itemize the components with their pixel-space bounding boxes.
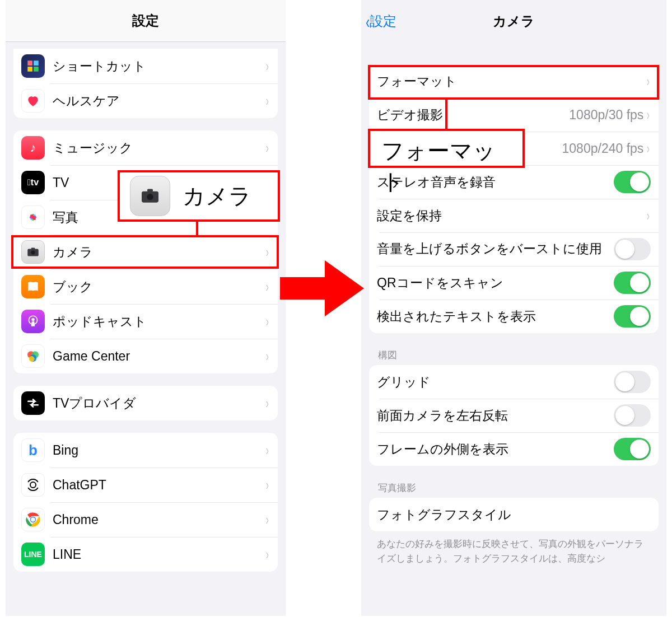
qr-toggle[interactable] — [614, 272, 651, 294]
row-label: ヘルスケア — [53, 92, 265, 110]
chevron-right-icon: › — [266, 349, 269, 363]
row-qr: QRコードをスキャン — [369, 266, 659, 300]
chevron-right-icon: › — [647, 208, 650, 223]
row-chrome[interactable]: Chrome › — [13, 502, 278, 537]
row-label: LINE — [53, 547, 265, 562]
row-value: 1080p/240 fps — [562, 141, 644, 156]
row-books[interactable]: ブック › — [13, 269, 278, 304]
row-video[interactable]: ビデオ撮影 1080p/30 fps › — [369, 98, 659, 132]
svg-point-18 — [31, 517, 35, 522]
chevron-right-icon: › — [266, 59, 269, 73]
mirror-toggle[interactable] — [614, 404, 651, 427]
photos-icon — [21, 205, 45, 229]
row-label: 設定を保持 — [377, 207, 646, 225]
row-mirror: 前面カメラを左右反転 — [369, 399, 659, 432]
row-preserve[interactable]: 設定を保持 › — [369, 199, 659, 232]
chevron-right-icon: › — [266, 512, 269, 527]
navigation-arrow-icon — [280, 258, 364, 319]
gamecenter-icon — [21, 344, 45, 368]
chevron-right-icon: › — [266, 314, 269, 329]
camera-settings-screen: ‹ 設定 カメラ フォーマット › ビデオ撮影 1080p/30 fps › ス… — [361, 0, 666, 616]
callout-connector-right — [445, 100, 447, 130]
row-shortcuts[interactable]: ショートカット › — [13, 49, 278, 83]
row-tvprovider[interactable]: TVプロバイダ › — [13, 386, 278, 420]
row-grid: グリッド — [369, 365, 659, 399]
section-photo: 写真撮影 — [378, 482, 650, 494]
row-label: 前面カメラを左右反転 — [377, 407, 614, 424]
chevron-right-icon: › — [266, 478, 269, 492]
chatgpt-icon — [21, 473, 45, 497]
row-label: Game Center — [53, 349, 265, 364]
row-camera[interactable]: カメラ › — [13, 235, 278, 269]
books-icon — [21, 275, 45, 298]
settings-navbar: 設定 — [6, 0, 286, 42]
camera-title: カメラ — [493, 12, 535, 30]
chevron-right-icon: › — [266, 94, 269, 108]
tv-icon: tv — [21, 171, 45, 194]
row-gamecenter[interactable]: Game Center › — [13, 339, 278, 373]
outside-frame-toggle[interactable] — [614, 438, 651, 460]
row-label: Bing — [53, 443, 265, 458]
row-label: ポッドキャスト — [53, 313, 265, 330]
row-music[interactable]: ♪ ミュージック › — [13, 130, 278, 165]
back-label: 設定 — [370, 12, 396, 30]
chevron-right-icon: › — [266, 141, 269, 155]
row-bing[interactable]: b Bing › — [13, 433, 278, 468]
svg-point-15 — [30, 482, 36, 488]
row-label: ショートカット — [53, 58, 265, 75]
row-label: QRコードをスキャン — [377, 274, 614, 292]
music-icon: ♪ — [21, 136, 45, 160]
camera-callout-badge: カメラ — [118, 170, 280, 222]
row-label: フォーマット — [377, 73, 646, 90]
chevron-right-icon: › — [647, 107, 650, 122]
callout-connector — [196, 222, 198, 236]
chevron-right-icon: › — [266, 396, 269, 410]
chevron-right-icon: › — [266, 245, 269, 259]
shortcuts-icon — [21, 54, 45, 78]
row-line[interactable]: LINE LINE › — [13, 537, 278, 572]
format-callout-badge: フォーマット — [368, 129, 525, 168]
chevron-left-icon: ‹ — [366, 12, 370, 31]
svg-point-14 — [29, 356, 35, 362]
back-button[interactable]: ‹ 設定 — [365, 0, 396, 42]
svg-point-20 — [147, 194, 153, 200]
podcasts-icon — [21, 310, 45, 333]
row-health[interactable]: ヘルスケア › — [13, 83, 278, 118]
row-photostyle[interactable]: フォトグラフスタイル — [369, 498, 659, 531]
row-label: ビデオ撮影 — [377, 106, 569, 124]
camera-navbar: ‹ 設定 カメラ — [361, 0, 666, 42]
row-label: ChatGPT — [53, 478, 265, 493]
line-icon: LINE — [21, 543, 45, 566]
health-icon — [21, 89, 45, 113]
row-burst: 音量を上げるボタンをバーストに使用 — [369, 232, 659, 266]
row-label: フレームの外側を表示 — [377, 441, 614, 458]
row-value: 1080p/30 fps — [569, 107, 643, 123]
chevron-right-icon: › — [266, 279, 269, 294]
camera-icon — [130, 176, 170, 216]
footer-note: あなたの好みを撮影時に反映させて、写真の外観をパーソナライズしましょう。フォトグ… — [377, 537, 651, 565]
chrome-icon — [21, 508, 45, 531]
row-chatgpt[interactable]: ChatGPT › — [13, 468, 278, 502]
row-label: フォトグラフスタイル — [377, 506, 651, 523]
settings-group-3: TVプロバイダ › — [13, 386, 278, 420]
grid-toggle[interactable] — [614, 371, 651, 393]
stereo-toggle[interactable] — [614, 171, 651, 193]
row-label: グリッド — [377, 373, 614, 391]
detect-text-toggle[interactable] — [614, 305, 651, 328]
settings-group-2: ♪ ミュージック › tv TV › 写真 › カメラ — [13, 130, 278, 373]
settings-group-1: ショートカット › ヘルスケア › — [13, 49, 278, 118]
row-label: カメラ — [53, 244, 265, 261]
camera-group-1: フォーマット › ビデオ撮影 1080p/30 fps › スローモーション撮影… — [369, 64, 659, 333]
svg-rect-8 — [31, 247, 35, 249]
camera-group-2: グリッド 前面カメラを左右反転 フレームの外側を表示 — [369, 365, 659, 466]
row-label: 検出されたテキストを表示 — [377, 308, 614, 325]
row-podcasts[interactable]: ポッドキャスト › — [13, 304, 278, 339]
bing-icon: b — [21, 438, 45, 462]
row-format[interactable]: フォーマット › — [369, 64, 659, 98]
tvprovider-icon — [21, 391, 45, 415]
burst-toggle[interactable] — [614, 238, 651, 260]
camera-badge-label: カメラ — [183, 181, 251, 212]
svg-point-7 — [31, 251, 35, 255]
svg-point-9 — [31, 318, 34, 321]
svg-rect-21 — [147, 189, 153, 192]
